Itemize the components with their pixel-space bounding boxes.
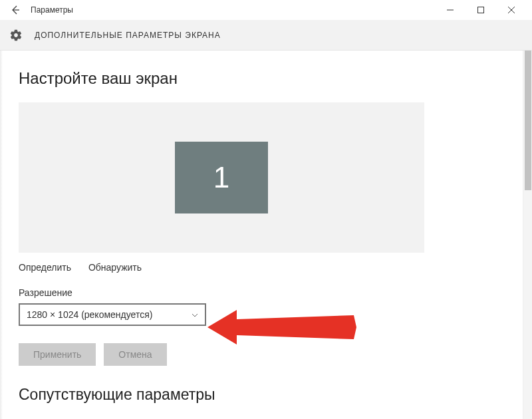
- minimize-button[interactable]: [435, 0, 466, 20]
- minimize-icon: [446, 6, 454, 14]
- window-title: Параметры: [31, 5, 73, 15]
- vertical-scrollbar[interactable]: [523, 51, 532, 419]
- window-titlebar: Параметры: [0, 0, 532, 20]
- resolution-value: 1280 × 1024 (рекомендуется): [27, 309, 152, 320]
- related-heading: Сопутствующие параметры: [19, 386, 504, 404]
- chevron-down-icon: [192, 311, 198, 319]
- close-button[interactable]: [496, 0, 527, 20]
- arrow-left-icon: [10, 5, 21, 15]
- main-content: Настройте ваш экран 1 Определить Обнаруж…: [0, 51, 523, 419]
- close-icon: [507, 6, 515, 14]
- maximize-icon: [477, 6, 485, 14]
- scrollbar-thumb[interactable]: [525, 51, 531, 190]
- monitor-number: 1: [213, 161, 229, 194]
- back-button[interactable]: [5, 0, 25, 20]
- page-header: ДОПОЛНИТЕЛЬНЫЕ ПАРАМЕТРЫ ЭКРАНА: [0, 20, 532, 51]
- resolution-dropdown[interactable]: 1280 × 1024 (рекомендуется): [19, 303, 206, 326]
- maximize-button[interactable]: [466, 0, 496, 20]
- display-actions-row: Определить Обнаружить: [19, 262, 504, 273]
- left-shadow: [0, 51, 3, 419]
- display-preview-area: 1: [19, 102, 424, 253]
- monitor-tile[interactable]: 1: [175, 142, 268, 213]
- cancel-button[interactable]: Отмена: [104, 343, 166, 366]
- section-heading: Настройте ваш экран: [19, 69, 504, 88]
- page-title: ДОПОЛНИТЕЛЬНЫЕ ПАРАМЕТРЫ ЭКРАНА: [35, 31, 221, 40]
- discover-link[interactable]: Обнаружить: [88, 262, 142, 273]
- apply-button[interactable]: Применить: [19, 343, 96, 366]
- action-buttons-row: Применить Отмена: [19, 343, 504, 366]
- svg-rect-2: [478, 7, 484, 13]
- window-controls: [435, 0, 527, 20]
- resolution-label: Разрешение: [19, 287, 504, 298]
- detect-link[interactable]: Определить: [19, 262, 71, 273]
- gear-icon: [9, 29, 23, 42]
